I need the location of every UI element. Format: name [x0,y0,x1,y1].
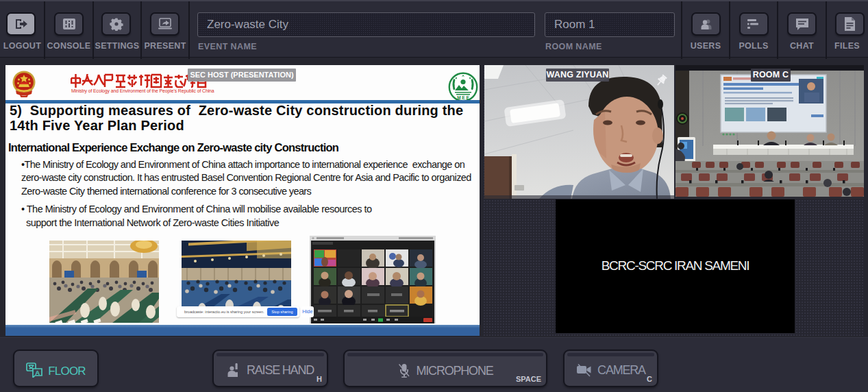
svg-text:A: A [35,369,40,376]
svg-text:M E E: M E E [457,95,469,100]
